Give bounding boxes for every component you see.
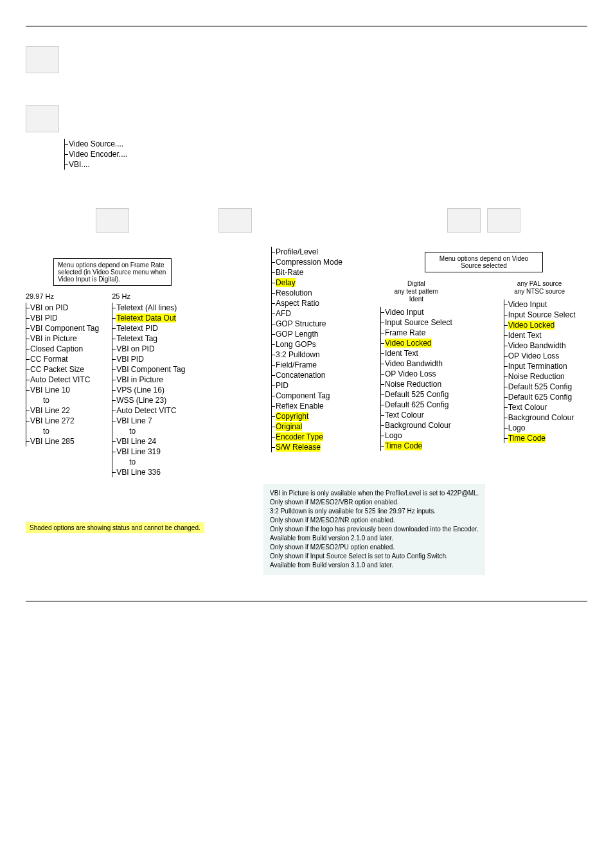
vbi-25-label: 25 Hz — [112, 292, 185, 300]
vbi-29-col: 29.97 Hz VBI on PIDVBI PIDVBI Component … — [26, 292, 99, 447]
list-item: GOP Structure — [276, 319, 361, 329]
root-vbi: VBI.... — [69, 159, 587, 170]
vbi-25-col: 25 Hz Teletext (All lines)Teletext Data … — [112, 292, 185, 477]
list-item: Background Colour — [385, 420, 452, 430]
source-box-1 — [447, 208, 481, 233]
list-item: Component Tag — [276, 391, 361, 401]
list-item: 3:2 Pulldown — [276, 350, 361, 360]
root-video-encoder: Video Encoder.... — [69, 149, 587, 159]
list-item: Noise Reduction — [508, 371, 576, 382]
list-item: Video Bandwidth — [508, 341, 576, 351]
list-item: VBI in Picture — [30, 333, 99, 344]
list-item: Profile/Level — [276, 247, 361, 257]
source-left-head: Digitalany test patternIdent — [380, 280, 452, 303]
footnote-line: Only shown if Input Source Select is set… — [270, 552, 479, 561]
list-item: Teletext Data Out — [116, 313, 185, 323]
vbi-block: Menu options depend on Frame Rate select… — [26, 208, 199, 477]
list-item: Copyright — [276, 411, 361, 421]
list-item: to — [43, 395, 99, 405]
list-item: PID — [276, 380, 361, 391]
list-item: Default 525 Config — [508, 382, 576, 392]
root-tree: Video Source.... Video Encoder.... VBI..… — [64, 139, 587, 170]
list-item: Aspect Ratio — [276, 298, 361, 308]
root-box-2 — [26, 105, 59, 132]
list-item: Text Colour — [385, 410, 452, 420]
list-item: VBI Line 10 — [30, 385, 99, 395]
list-item: Default 625 Config — [508, 392, 576, 402]
list-item: CC Format — [30, 354, 99, 364]
list-item: to — [129, 457, 185, 467]
list-item: VBI Line 272 — [30, 416, 99, 426]
list-item: Frame Rate — [385, 328, 452, 338]
list-item: VBI Line 7 — [116, 416, 185, 426]
root-box-1 — [26, 46, 59, 73]
list-item: Bit-Rate — [276, 267, 361, 278]
footnote-line: Only shown if M2/ESO2/NR option enabled. — [270, 516, 479, 525]
list-item: Ident Text — [385, 348, 452, 359]
list-item: Time Code — [385, 441, 452, 451]
list-item: VBI Line 22 — [30, 405, 99, 416]
list-item: Compression Mode — [276, 257, 361, 267]
footnotes-box: VBI in Picture is only available when th… — [263, 484, 485, 575]
footnote-line: Only shown if M2/ESO2/PU option enabled. — [270, 543, 479, 552]
list-item: VPS (Line 16) — [116, 385, 185, 395]
list-item: VBI PID — [30, 313, 99, 323]
list-item: VBI Line 285 — [30, 436, 99, 447]
list-item: Background Colour — [508, 412, 576, 423]
footnote-line: 3:2 Pulldown is only available for 525 l… — [270, 507, 479, 516]
list-item: OP Video Loss — [385, 369, 452, 379]
source-left-col: Digitalany test patternIdent Video Input… — [380, 280, 452, 451]
list-item: Reflex Enable — [276, 401, 361, 411]
list-item: Teletext (All lines) — [116, 303, 185, 313]
footnote-line: Only shown if M2/ESO2/VBR option enabled… — [270, 498, 479, 507]
list-item: Long GOPs — [276, 339, 361, 350]
list-item: VBI Component Tag — [116, 364, 185, 375]
list-item: Field/Frame — [276, 360, 361, 370]
source-right-head: any PAL sourceany NTSC source — [504, 280, 576, 296]
list-item: Ident Text — [508, 330, 576, 341]
footnote-line: Available from Build version 3.1.0 and l… — [270, 561, 479, 570]
list-item: Time Code — [508, 433, 576, 443]
list-item: VBI Line 319 — [116, 447, 185, 457]
list-item: Auto Detect VITC — [30, 375, 99, 385]
list-item: Noise Reduction — [385, 379, 452, 389]
list-item: Teletext Tag — [116, 333, 185, 344]
footnote-line: VBI in Picture is only available when th… — [270, 489, 479, 498]
list-item: Teletext PID — [116, 323, 185, 333]
spare-box-col — [218, 208, 252, 233]
list-item: VBI PID — [116, 354, 185, 364]
top-rule — [26, 26, 587, 27]
encoder-block: Profile/LevelCompression ModeBit-RateDel… — [271, 208, 361, 452]
list-item: Text Colour — [508, 402, 576, 412]
shaded-note: Shaded options are showing status and ca… — [26, 522, 204, 533]
list-item: VBI Line 336 — [116, 467, 185, 477]
list-item: to — [129, 426, 185, 436]
list-item: Video Locked — [508, 320, 576, 330]
list-item: S/W Release — [276, 442, 361, 452]
list-item: Logo — [385, 430, 452, 441]
list-item: Video Locked — [385, 338, 452, 348]
vbi-29-label: 29.97 Hz — [26, 292, 99, 300]
list-item: Input Source Select — [508, 310, 576, 320]
list-item: Default 625 Config — [385, 400, 452, 410]
list-item: VBI in Picture — [116, 375, 185, 385]
source-note-box: Menu options depend on Video Source sele… — [425, 252, 543, 272]
list-item: Resolution — [276, 288, 361, 298]
footnote-line: Only shown if the logo has previously be… — [270, 525, 479, 534]
source-block: Menu options depend on Video Source sele… — [380, 208, 587, 451]
list-item: Auto Detect VITC — [116, 405, 185, 416]
source-box-2 — [487, 208, 520, 233]
root-boxes — [26, 46, 587, 132]
vbi-box — [96, 208, 129, 233]
list-item: Encoder Type — [276, 432, 361, 442]
source-right-col: any PAL sourceany NTSC source Video Inpu… — [504, 280, 576, 443]
page: Video Source.... Video Encoder.... VBI..… — [0, 0, 613, 628]
spare-box — [218, 208, 252, 233]
list-item: Delay — [276, 278, 361, 288]
root-video-source: Video Source.... — [69, 139, 587, 149]
list-item: Concatenation — [276, 370, 361, 380]
list-item: CC Packet Size — [30, 364, 99, 375]
list-item: Default 525 Config — [385, 389, 452, 400]
list-item: AFD — [276, 308, 361, 319]
list-item: Closed Caption — [30, 344, 99, 354]
